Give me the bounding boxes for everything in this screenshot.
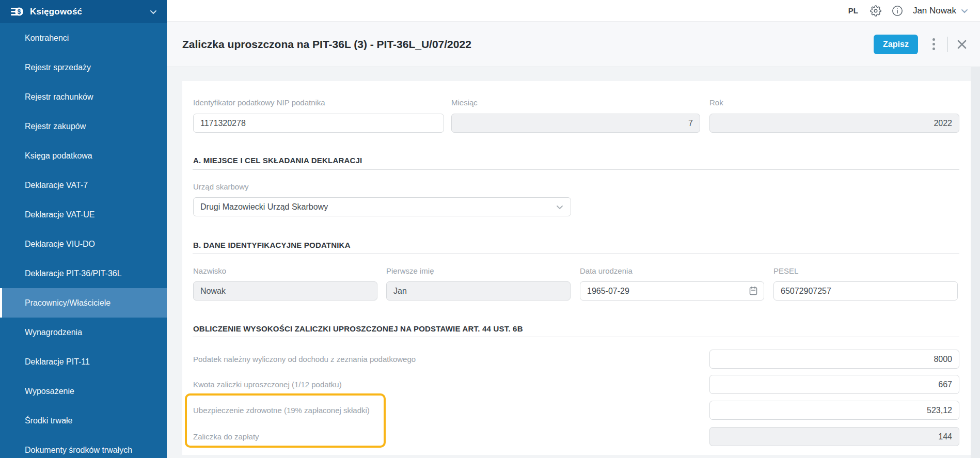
main-content: Identyfikator podatkowy NIP podatnika Mi…	[167, 67, 980, 458]
sidebar-item-deklaracje-vat7[interactable]: Deklaracje VAT-7	[0, 170, 167, 200]
kebab-menu-icon[interactable]	[927, 35, 940, 53]
tax-due-label: Podatek należny wyliczony od dochodu z z…	[193, 355, 416, 364]
user-name: Jan Nowak	[913, 6, 956, 16]
sidebar-item-label: Księga podatkowa	[25, 151, 92, 161]
sidebar-item-deklaracje-vatue[interactable]: Deklaracje VAT-UE	[0, 200, 167, 229]
birth-date-input[interactable]	[580, 281, 764, 301]
month-label: Miesiąc	[451, 98, 478, 107]
divider	[947, 37, 948, 52]
sidebar-header[interactable]: $ Księgowość	[0, 0, 167, 23]
sidebar-item-label: Środki trwałe	[25, 416, 72, 425]
svg-text:$: $	[18, 8, 21, 15]
document-titlebar: Zaliczka uproszczona na PIT-36L (3) - PI…	[167, 22, 980, 67]
divider	[193, 337, 959, 337]
section-c-title: OBLICZENIE WYSOKOŚCI ZALICZKI UPROSZCZON…	[193, 324, 523, 333]
birth-date-field	[580, 281, 764, 301]
form-card: Identyfikator podatkowy NIP podatnika Mi…	[182, 81, 971, 455]
pesel-input[interactable]	[773, 281, 958, 301]
pesel-label: PESEL	[773, 266, 798, 275]
nip-input[interactable]	[193, 114, 444, 133]
divider	[193, 169, 959, 170]
tax-office-select[interactable]: Drugi Mazowiecki Urząd Skarbowy	[193, 197, 571, 216]
sidebar-menu: Kontrahenci Rejestr sprzedaży Rejestr ra…	[0, 23, 167, 458]
user-menu[interactable]: Jan Nowak	[913, 6, 969, 16]
sidebar-item-label: Wynagrodzenia	[25, 328, 82, 337]
section-a-title: A. MIEJSCE I CEL SKŁADANIA DEKLARACJI	[193, 156, 362, 165]
tax-office-value: Drugi Mazowiecki Urząd Skarbowy	[200, 202, 556, 212]
last-name-input	[193, 281, 377, 301]
info-icon[interactable]	[891, 5, 904, 17]
sidebar-item-rejestr-sprzedazy[interactable]: Rejestr sprzedaży	[0, 53, 167, 82]
sidebar-item-label: Deklaracje PIT-11	[25, 357, 90, 367]
page-title: Zaliczka uproszczona na PIT-36L (3) - PI…	[182, 38, 874, 51]
sidebar-item-wynagrodzenia[interactable]: Wynagrodzenia	[0, 318, 167, 347]
close-icon[interactable]	[955, 38, 969, 51]
sidebar-item-label: Deklaracje VAT-7	[25, 181, 88, 190]
sidebar-item-label: Wyposażenie	[25, 387, 74, 396]
sidebar-item-rejestr-zakupow[interactable]: Rejestr zakupów	[0, 112, 167, 141]
sidebar-item-label: Deklaracje VIU-DO	[25, 240, 95, 249]
first-name-input	[386, 281, 571, 301]
sidebar-item-label: Deklaracje VAT-UE	[25, 210, 94, 219]
app-root: $ Księgowość Kontrahenci Rejestr sprzeda…	[0, 0, 980, 458]
gear-icon[interactable]	[870, 5, 882, 17]
sidebar-item-label: Kontrahenci	[25, 34, 69, 43]
advance-amount-label: Kwota zaliczki uproszczonej (1/12 podatk…	[193, 380, 342, 389]
health-insurance-label: Ubezpieczenie zdrowotne (19% zapłaconej …	[193, 406, 370, 415]
sidebar-item-srodki-trwale[interactable]: Środki trwałe	[0, 406, 167, 435]
nip-label: Identyfikator podatkowy NIP podatnika	[193, 98, 325, 107]
year-input	[709, 114, 959, 133]
month-input	[451, 114, 700, 133]
sidebar-item-deklaracje-viudo[interactable]: Deklaracje VIU-DO	[0, 229, 167, 259]
sidebar-item-label: Rejestr zakupów	[25, 122, 86, 131]
sidebar-item-deklaracje-pit11[interactable]: Deklaracje PIT-11	[0, 347, 167, 376]
chevron-down-icon	[960, 7, 969, 15]
advance-amount-input[interactable]	[709, 375, 959, 394]
sidebar-item-ksiega-podatkowa[interactable]: Księga podatkowa	[0, 141, 167, 170]
coins-logo-icon: $	[10, 5, 24, 19]
year-label: Rok	[709, 98, 723, 107]
birth-date-label: Data urodzenia	[580, 266, 633, 275]
language-switcher[interactable]: PL	[848, 6, 858, 15]
sidebar-item-label: Rejestr rachunków	[25, 92, 93, 102]
advance-to-pay-label: Zaliczka do zapłaty	[193, 432, 259, 441]
sidebar-item-rejestr-rachunkow[interactable]: Rejestr rachunków	[0, 82, 167, 112]
sidebar-item-label: Rejestr sprzedaży	[25, 63, 91, 72]
first-name-label: Pierwsze imię	[386, 266, 434, 275]
sidebar-item-label: Pracownicy/Właściciele	[25, 298, 110, 308]
sidebar-item-deklaracje-pit36[interactable]: Deklaracje PIT-36/PIT-36L	[0, 259, 167, 288]
divider	[193, 254, 959, 254]
scrollbar[interactable]	[971, 67, 980, 458]
section-b-title: B. DANE IDENTYFIKACYJNE PODATNIKA	[193, 241, 351, 249]
sidebar-item-pracownicy-wlasciciele[interactable]: Pracownicy/Właściciele	[0, 288, 167, 318]
sidebar-item-wyposazenie[interactable]: Wyposażenie	[0, 376, 167, 406]
app-title: Księgowość	[30, 7, 149, 17]
tax-due-input[interactable]	[709, 350, 959, 369]
save-button[interactable]: Zapisz	[874, 35, 918, 54]
sidebar: $ Księgowość Kontrahenci Rejestr sprzeda…	[0, 0, 167, 458]
tax-office-label: Urząd skarbowy	[193, 182, 249, 191]
health-insurance-input[interactable]	[709, 401, 959, 420]
sidebar-item-dokumenty-srodkow[interactable]: Dokumenty środków trwałych	[0, 435, 167, 458]
select-chevron-icon	[556, 203, 564, 211]
sidebar-item-label: Deklaracje PIT-36/PIT-36L	[25, 269, 122, 278]
chevron-down-icon	[149, 8, 157, 16]
sidebar-item-kontrahenci[interactable]: Kontrahenci	[0, 23, 167, 53]
advance-to-pay-input	[709, 427, 959, 446]
topbar: PL Jan Nowak	[167, 0, 980, 22]
calendar-icon[interactable]	[748, 286, 758, 296]
sidebar-item-label: Dokumenty środków trwałych	[25, 446, 132, 455]
last-name-label: Nazwisko	[193, 266, 226, 275]
